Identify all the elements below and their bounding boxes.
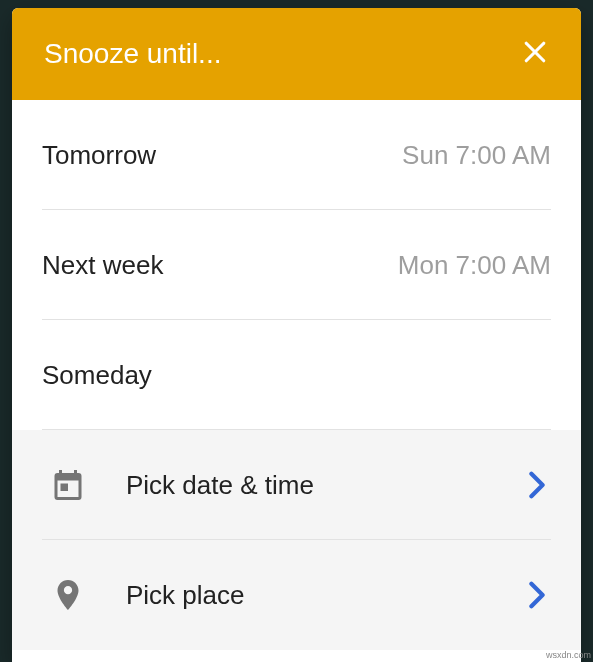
- action-section: Pick date & time Pick place: [12, 430, 581, 650]
- chevron-right-icon: [523, 471, 551, 499]
- option-value: Mon 7:00 AM: [398, 250, 551, 281]
- option-label: Next week: [42, 250, 163, 281]
- chevron-right-icon: [523, 581, 551, 609]
- action-label: Pick date & time: [126, 470, 523, 501]
- pick-place-row[interactable]: Pick place: [12, 540, 581, 650]
- action-label: Pick place: [126, 580, 523, 611]
- calendar-icon: [48, 465, 88, 505]
- close-button[interactable]: [517, 36, 553, 72]
- watermark: wsxdn.com: [546, 650, 591, 660]
- snooze-option-someday[interactable]: Someday: [12, 320, 581, 430]
- option-label: Tomorrow: [42, 140, 156, 171]
- place-icon: [48, 575, 88, 615]
- snooze-option-tomorrow[interactable]: Tomorrow Sun 7:00 AM: [12, 100, 581, 210]
- snooze-dialog: Snooze until... Tomorrow Sun 7:00 AM Nex…: [12, 8, 581, 662]
- close-icon: [520, 37, 550, 71]
- dialog-header: Snooze until...: [12, 8, 581, 100]
- option-label: Someday: [42, 360, 152, 391]
- dialog-title: Snooze until...: [44, 38, 221, 70]
- option-value: Sun 7:00 AM: [402, 140, 551, 171]
- snooze-option-next-week[interactable]: Next week Mon 7:00 AM: [12, 210, 581, 320]
- pick-date-time-row[interactable]: Pick date & time: [12, 430, 581, 540]
